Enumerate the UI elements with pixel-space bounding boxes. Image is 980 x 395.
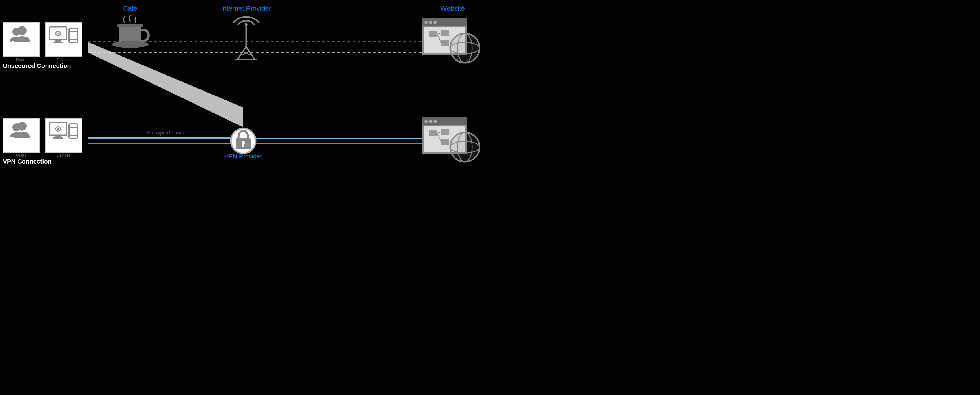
- vpn-provider-label: VPN Provider: [224, 153, 262, 160]
- svg-rect-38: [441, 40, 449, 46]
- globe-top: [450, 33, 479, 63]
- users-label-top: Users: [16, 57, 27, 62]
- svg-rect-31: [422, 18, 467, 26]
- svg-point-16: [57, 128, 59, 130]
- cafe-label: Cafe: [123, 5, 137, 12]
- cafe-icon: [112, 16, 148, 48]
- svg-point-32: [424, 21, 428, 24]
- devices-label-bottom: Devices: [57, 153, 71, 158]
- svg-rect-37: [441, 30, 449, 36]
- svg-rect-21: [118, 24, 143, 27]
- svg-point-33: [429, 21, 432, 24]
- tower-icon: [234, 17, 259, 59]
- svg-rect-47: [422, 118, 467, 125]
- svg-point-45: [450, 33, 479, 63]
- svg-rect-3: [55, 40, 61, 41]
- vpn-connection-label: VPN Connection: [3, 158, 51, 165]
- svg-rect-65: [242, 144, 245, 147]
- svg-point-1: [18, 26, 27, 35]
- svg-point-22: [112, 41, 148, 48]
- internet-provider-label: Internet Provider: [221, 5, 271, 12]
- svg-point-34: [433, 21, 437, 24]
- lock-circle: [231, 129, 256, 153]
- website-label-top: Website: [441, 5, 465, 12]
- svg-point-61: [450, 132, 479, 162]
- svg-rect-53: [441, 129, 449, 135]
- unsecured-connection-label: Unsecured Connection: [3, 62, 71, 69]
- svg-rect-4: [53, 41, 63, 43]
- svg-point-50: [433, 120, 437, 123]
- svg-rect-52: [429, 130, 437, 136]
- funnel-shape: [88, 42, 243, 127]
- svg-line-25: [238, 47, 246, 59]
- svg-rect-14: [53, 137, 63, 139]
- svg-point-23: [245, 23, 248, 26]
- globe-bottom: [450, 132, 479, 162]
- svg-point-11: [18, 122, 27, 131]
- svg-line-26: [246, 47, 255, 59]
- svg-point-6: [57, 33, 59, 34]
- svg-rect-36: [429, 31, 437, 37]
- devices-label-top: Devices: [57, 57, 71, 62]
- svg-point-48: [424, 120, 428, 123]
- svg-rect-13: [55, 135, 61, 137]
- svg-point-49: [429, 120, 432, 123]
- svg-rect-54: [441, 139, 449, 145]
- diagram: Users Devices Unsecured Connection: [0, 0, 490, 198]
- users-label-bottom: Users: [16, 153, 27, 158]
- encrypted-tunnel-label: Encrypted Tunnel: [147, 130, 187, 135]
